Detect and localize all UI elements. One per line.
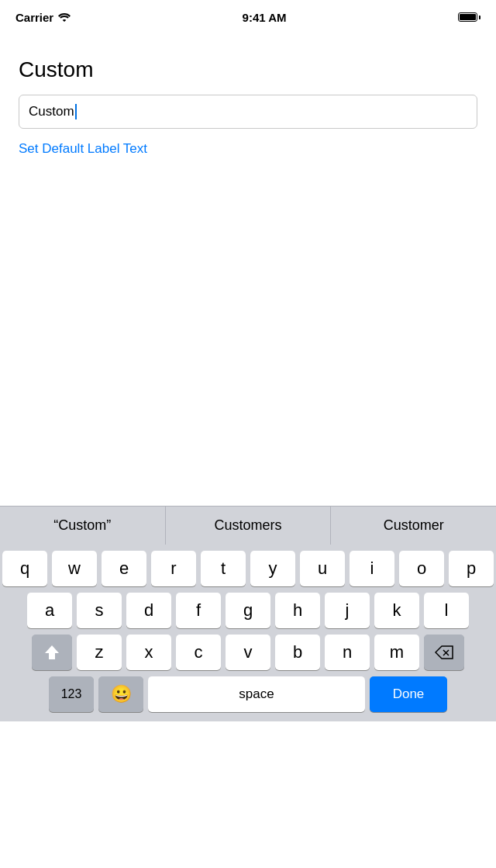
carrier-wifi: Carrier <box>16 11 71 24</box>
keyboard-row-1: q w e r t y u i o p <box>2 551 494 586</box>
key-m[interactable]: m <box>374 635 419 670</box>
status-time: 9:41 AM <box>243 11 287 24</box>
key-n[interactable]: n <box>325 635 370 670</box>
key-u[interactable]: u <box>300 551 345 586</box>
key-g[interactable]: g <box>226 593 270 628</box>
key-k[interactable]: k <box>374 593 419 628</box>
keyboard-row-2: a s d f g h j k l <box>2 593 494 628</box>
input-text: Custom <box>29 104 74 119</box>
autocomplete-customer[interactable]: Customer <box>331 507 496 545</box>
key-f[interactable]: f <box>176 593 221 628</box>
key-r[interactable]: r <box>151 551 196 586</box>
backspace-key[interactable] <box>424 635 464 670</box>
space-key[interactable]: space <box>148 676 365 712</box>
key-d[interactable]: d <box>126 593 171 628</box>
battery-indicator <box>458 12 480 22</box>
key-h[interactable]: h <box>275 593 320 628</box>
autocomplete-bar: “Custom” Customers Customer <box>0 506 496 545</box>
battery-tip <box>479 16 480 19</box>
svg-marker-0 <box>45 645 59 659</box>
text-input-display[interactable]: Custom <box>19 95 477 129</box>
done-key[interactable]: Done <box>370 676 447 712</box>
autocomplete-label-2: Customer <box>384 517 444 534</box>
key-o[interactable]: o <box>399 551 444 586</box>
shift-key[interactable] <box>32 635 72 670</box>
key-e[interactable]: e <box>102 551 146 586</box>
keyboard-row-4: 123 😀 space Done <box>2 676 494 712</box>
key-v[interactable]: v <box>226 635 270 670</box>
key-s[interactable]: s <box>77 593 122 628</box>
key-p[interactable]: p <box>449 551 494 586</box>
key-y[interactable]: y <box>250 551 295 586</box>
keyboard-row-3: z x c v b n m <box>2 635 494 670</box>
text-input-wrapper: Custom <box>19 95 477 129</box>
key-b[interactable]: b <box>275 635 320 670</box>
key-l[interactable]: l <box>424 593 469 628</box>
key-a[interactable]: a <box>27 593 72 628</box>
carrier-label: Carrier <box>16 11 53 24</box>
key-w[interactable]: w <box>52 551 97 586</box>
label-title: Custom <box>19 57 477 82</box>
num-key[interactable]: 123 <box>49 676 94 712</box>
autocomplete-customers[interactable]: Customers <box>166 507 332 545</box>
text-cursor <box>75 104 77 119</box>
spacer <box>0 172 496 506</box>
emoji-key[interactable]: 😀 <box>98 676 143 712</box>
key-q[interactable]: q <box>2 551 47 586</box>
emoji-icon: 😀 <box>111 684 132 704</box>
key-x[interactable]: x <box>126 635 171 670</box>
key-i[interactable]: i <box>350 551 394 586</box>
battery-fill <box>460 14 476 20</box>
status-bar: Carrier 9:41 AM <box>0 0 496 34</box>
autocomplete-label-1: Customers <box>214 517 281 534</box>
key-t[interactable]: t <box>201 551 246 586</box>
battery-body <box>458 12 477 22</box>
set-default-button[interactable]: Set Default Label Text <box>19 141 147 157</box>
autocomplete-custom-quoted[interactable]: “Custom” <box>0 507 166 545</box>
wifi-icon <box>58 11 71 24</box>
content-area: Custom Custom Set Default Label Text <box>0 34 496 172</box>
autocomplete-label-0: “Custom” <box>53 517 111 534</box>
key-c[interactable]: c <box>176 635 221 670</box>
key-z[interactable]: z <box>77 635 122 670</box>
keyboard: q w e r t y u i o p a s d f g h j k l z … <box>0 545 496 721</box>
backspace-icon <box>435 645 453 659</box>
shift-icon <box>44 644 60 661</box>
key-j[interactable]: j <box>325 593 370 628</box>
